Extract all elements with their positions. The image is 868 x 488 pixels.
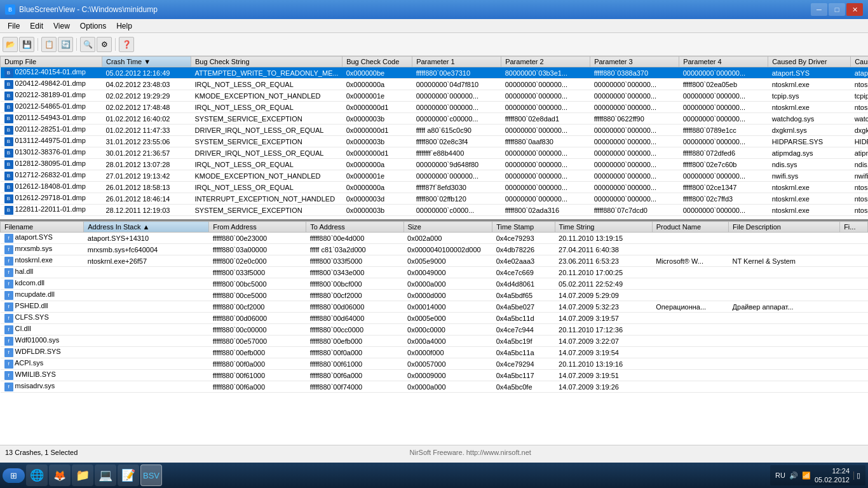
taskbar-app2[interactable]: 📝: [118, 464, 139, 486]
file-cell-8: [729, 290, 840, 301]
file-cell-8: NT Kernel & System: [729, 255, 840, 267]
crash-table-row[interactable]: B 013112-44975-01.dmp31.01.2012 23:55:06…: [1, 136, 869, 147]
crash-cell-8: dxgkrnl.sys: [768, 125, 851, 136]
crash-table-row[interactable]: B 020212-38189-01.dmp02.02.2012 19:29:29…: [1, 90, 869, 102]
crash-table-row[interactable]: B 012712-26832-01.dmp27.01.2012 19:13:42…: [1, 170, 869, 182]
file-detail-row[interactable]: f msisadrv.sysfffff880`00f6a000fffff880`…: [1, 381, 868, 393]
crash-cell-2: KMODE_EXCEPTION_NOT_HANDLED: [191, 170, 342, 182]
file-detail-row[interactable]: f WMILIB.SYSfffff880`00f61000fffff880`00…: [1, 370, 868, 381]
col-bug-check-code[interactable]: Bug Check Code: [342, 57, 412, 67]
file-icon: f: [4, 371, 13, 380]
clock[interactable]: 12:24 05.02.2012: [815, 466, 850, 485]
toolbar-sep3: [115, 38, 116, 51]
clock-date: 05.02.2012: [815, 475, 850, 484]
crash-table-row[interactable]: B 020412-49842-01.dmp04.02.2012 23:48:03…: [1, 79, 869, 90]
close-button[interactable]: ✕: [846, 3, 863, 16]
crash-table-row[interactable]: B 020512-40154-01.dmp05.02.2012 12:16:49…: [1, 67, 869, 79]
menu-options[interactable]: Options: [75, 20, 111, 32]
col-param3[interactable]: Parameter 3: [590, 57, 679, 67]
col-timestamp[interactable]: Time Stamp: [492, 222, 555, 233]
crash-table-row[interactable]: B 020112-28251-01.dmp01.02.2012 11:47:33…: [1, 125, 869, 136]
crash-cell-4: fffff800`02e8c3f4: [412, 136, 501, 147]
maximize-button[interactable]: □: [829, 3, 845, 16]
crash-table-row[interactable]: B 012612-18408-01.dmp26.01.2012 18:58:13…: [1, 182, 869, 193]
crash-table-row[interactable]: B 012612-29718-01.dmp26.01.2012 18:46:14…: [1, 193, 869, 205]
bsod-icon: B: [4, 69, 13, 78]
file-cell-3: fffff c81`03a2d000: [306, 244, 403, 255]
minimize-button[interactable]: ─: [811, 3, 827, 16]
crash-cell-5: 80000000`03b3e1...: [501, 67, 590, 79]
file-detail-row[interactable]: f ACPI.sysfffff880`00f0a000fffff880`00f6…: [1, 358, 868, 370]
file-detail-row[interactable]: f Wdf01000.sysfffff880`00e57000fffff880`…: [1, 336, 868, 347]
file-cell-5: 0x4a5bc19f: [492, 336, 555, 347]
crash-table-row[interactable]: B 020112-54943-01.dmp01.02.2012 16:40:02…: [1, 113, 869, 125]
crash-table-row[interactable]: B 013012-38376-01.dmp30.01.2012 21:36:57…: [1, 147, 869, 159]
crash-cell-8: ntoskrnl.exe: [768, 205, 851, 216]
file-cell-2: fffff800`00bc5000: [209, 278, 306, 290]
file-detail-row[interactable]: f kdcom.dllfffff800`00bc5000fffff800`00b…: [1, 278, 868, 290]
file-detail-row[interactable]: f mcupdate.dllfffff880`00ce5000fffff880`…: [1, 290, 868, 301]
col-crash-time[interactable]: Crash Time ▼: [102, 57, 191, 67]
toolbar-save[interactable]: 💾: [19, 37, 34, 52]
upper-scroll[interactable]: Dump File Crash Time ▼ Bug Check String …: [0, 56, 868, 219]
crash-table-row[interactable]: B 122811-22011-01.dmp28.12.2011 12:19:03…: [1, 205, 869, 216]
file-detail-row[interactable]: f ataport.SYSataport.SYS+14310fffff880`0…: [1, 233, 868, 244]
file-cell-2: fffff880`00efb000: [209, 347, 306, 358]
menu-view[interactable]: View: [48, 20, 75, 32]
col-caused-by-driver[interactable]: Caused By Driver: [768, 57, 851, 67]
col-param1[interactable]: Parameter 1: [412, 57, 501, 67]
file-cell-7: [652, 324, 728, 336]
toolbar-copy[interactable]: 📋: [41, 37, 57, 52]
crash-table-row[interactable]: B 012812-38095-01.dmp28.01.2012 13:07:28…: [1, 159, 869, 170]
col-to-address[interactable]: To Address: [306, 222, 403, 233]
taskbar-show-desktop[interactable]: ▯: [853, 471, 860, 480]
col-filename[interactable]: Filename: [1, 222, 84, 233]
crash-cell-7: 00000000`000000...: [679, 205, 768, 216]
col-param2[interactable]: Parameter 2: [501, 57, 590, 67]
menu-help[interactable]: Help: [111, 20, 137, 32]
taskbar-app1[interactable]: 💻: [95, 464, 116, 486]
file-detail-row[interactable]: f mrxsmb.sysmrxsmb.sys+fc640004fffff880`…: [1, 244, 868, 255]
file-detail-row[interactable]: f ntoskrnl.exentoskrnl.exe+26f57fffff800…: [1, 255, 868, 267]
col-file-description[interactable]: File Description: [729, 222, 840, 233]
file-detail-row[interactable]: f CLFS.SYSfffff880`00d06000fffff880`00d6…: [1, 313, 868, 324]
toolbar-help[interactable]: ❓: [119, 37, 134, 52]
file-detail-row[interactable]: f CI.dllfffff880`00c00000fffff880`00cc00…: [1, 324, 868, 336]
col-dump-file[interactable]: Dump File: [1, 57, 102, 67]
file-detail-row[interactable]: f WDFLDR.SYSfffff880`00efb000fffff880`00…: [1, 347, 868, 358]
taskbar-sound: 🔊: [789, 471, 798, 480]
file-detail-row[interactable]: f PSHED.dllfffff880`00cf2000fffff880`00d…: [1, 301, 868, 313]
lower-scroll[interactable]: Filename Address In Stack ▲ From Address…: [0, 221, 868, 445]
col-size[interactable]: Size: [403, 222, 492, 233]
file-cell-7: [652, 244, 728, 255]
taskbar-bluescreenview[interactable]: BSV: [140, 464, 162, 486]
col-from-address[interactable]: From Address: [209, 222, 306, 233]
col-timestring[interactable]: Time String: [555, 222, 652, 233]
file-cell-9: [840, 267, 868, 278]
col-param4[interactable]: Parameter 4: [679, 57, 768, 67]
col-caused-by-address[interactable]: Caused By Address: [851, 57, 868, 67]
taskbar-explorer[interactable]: 📁: [72, 464, 93, 486]
crash-table-row[interactable]: B 020212-54865-01.dmp02.02.2012 17:48:48…: [1, 102, 869, 113]
col-bug-check-string[interactable]: Bug Check String: [191, 57, 342, 67]
crash-cell-7: 00000000`000000...: [679, 136, 768, 147]
col-product-name[interactable]: Product Name: [652, 222, 728, 233]
menu-file[interactable]: File: [3, 20, 25, 32]
file-cell-4: 0x0000a000: [403, 381, 492, 393]
file-icon: f: [4, 383, 13, 391]
toolbar-settings[interactable]: ⚙: [97, 37, 112, 52]
file-detail-row[interactable]: f hal.dllfffff800`033f5000fffff800`0343e…: [1, 267, 868, 278]
start-button[interactable]: ⊞: [3, 468, 25, 483]
col-fi[interactable]: Fi...: [840, 222, 868, 233]
col-address-in-stack[interactable]: Address In Stack ▲: [84, 222, 209, 233]
file-cell-6: 23.06.2011 6:53:23: [555, 255, 652, 267]
toolbar-refresh[interactable]: 🔄: [58, 37, 73, 52]
menu-edit[interactable]: Edit: [25, 20, 48, 32]
taskbar-ie[interactable]: 🌐: [26, 464, 48, 486]
toolbar-open[interactable]: 📂: [3, 37, 18, 52]
file-cell-7: [652, 336, 728, 347]
bsod-icon: B: [4, 206, 13, 215]
toolbar-find[interactable]: 🔍: [80, 37, 95, 52]
crash-cell-3: 0x0000001e: [342, 90, 412, 102]
taskbar-firefox[interactable]: 🦊: [49, 464, 71, 486]
